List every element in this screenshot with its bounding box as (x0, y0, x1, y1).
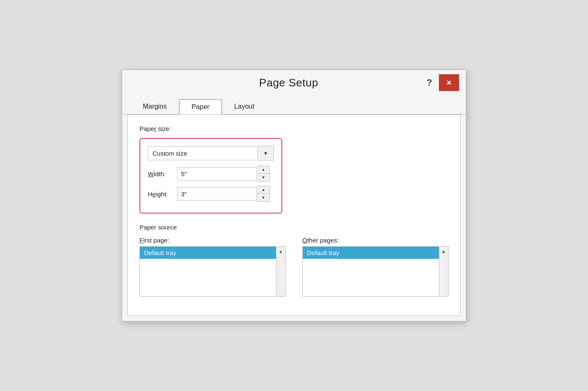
width-spinner-row: Width: ▲ ▼ (148, 166, 274, 182)
other-pages-listbox[interactable]: Default tray ▲ (302, 246, 449, 297)
first-page-col: First page: Default tray ▲ (139, 237, 286, 297)
tab-layout[interactable]: Layout (222, 99, 267, 115)
other-pages-scroll-up-icon[interactable]: ▲ (441, 248, 447, 255)
paper-source-label: Paper source (139, 224, 449, 231)
height-label: Height: (148, 190, 177, 198)
page-setup-dialog: Page Setup ? × Margins Paper Layout Pape… (122, 70, 466, 321)
paper-size-box: Custom size Letter A4 Legal Executive ▾ … (139, 138, 282, 214)
dropdown-arrow-icon[interactable]: ▾ (258, 146, 274, 161)
first-page-label: First page: (139, 237, 286, 244)
tab-bar: Margins Paper Layout (122, 95, 466, 115)
other-pages-scrollbar: ▲ (439, 247, 448, 296)
paper-source-row: First page: Default tray ▲ Other pages: (139, 237, 449, 297)
height-input[interactable] (177, 188, 257, 201)
width-label: Width: (148, 170, 177, 177)
title-bar: Page Setup ? × (122, 70, 466, 95)
height-spinner-buttons: ▲ ▼ (257, 186, 270, 202)
paper-size-select[interactable]: Custom size Letter A4 Legal Executive (148, 146, 258, 160)
close-button[interactable]: × (439, 74, 459, 91)
other-pages-col: Other pages: Default tray ▲ (302, 237, 449, 297)
paper-size-label: Paper size: (139, 125, 449, 132)
height-increment-button[interactable]: ▲ (257, 186, 270, 194)
height-spinner-row: Height: ▲ ▼ (148, 186, 274, 202)
width-increment-button[interactable]: ▲ (257, 166, 270, 174)
help-button[interactable]: ? (423, 76, 436, 89)
other-pages-selected-item[interactable]: Default tray (303, 247, 448, 259)
title-bar-actions: ? × (423, 74, 459, 91)
dialog-title: Page Setup (154, 76, 423, 89)
paper-size-dropdown-row: Custom size Letter A4 Legal Executive ▾ (148, 146, 274, 161)
tab-paper[interactable]: Paper (179, 99, 222, 115)
width-input[interactable] (177, 167, 257, 180)
width-decrement-button[interactable]: ▼ (257, 174, 270, 181)
first-page-selected-item[interactable]: Default tray (140, 247, 285, 259)
dialog-body: Paper size: Custom size Letter A4 Legal … (127, 115, 461, 316)
first-page-scroll-up-icon[interactable]: ▲ (278, 248, 284, 255)
other-pages-label: Other pages: (302, 237, 449, 244)
width-spinner-buttons: ▲ ▼ (257, 166, 270, 182)
height-decrement-button[interactable]: ▼ (257, 194, 270, 201)
tab-margins[interactable]: Margins (131, 99, 179, 115)
first-page-listbox[interactable]: Default tray ▲ (139, 246, 286, 297)
first-page-scrollbar: ▲ (276, 247, 285, 296)
